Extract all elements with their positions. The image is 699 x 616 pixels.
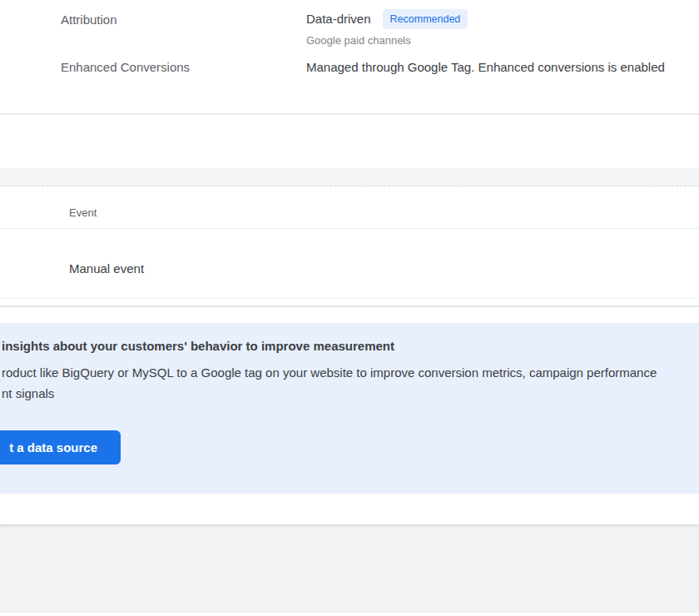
insights-banner: insights about your customers' behavior … [0, 323, 699, 494]
recommended-badge: Recommended [383, 9, 468, 29]
attribution-value-line: Data-driven Recommended [306, 9, 468, 29]
manual-event-cell: Manual event [69, 261, 144, 277]
banner-description-line2: nt signals [2, 386, 54, 400]
table-row[interactable]: Manual event [0, 229, 699, 298]
connect-data-source-button[interactable]: t a data source [0, 430, 121, 464]
enhanced-conversions-row-label: Enhanced Conversions [61, 59, 190, 76]
banner-description-line1: roduct like BigQuery or MySQL to a Googl… [2, 365, 657, 380]
enhanced-conversions-value: Managed through Google Tag. Enhanced con… [306, 58, 665, 77]
conversion-settings-page: Attribution Data-driven Recommended Goog… [0, 0, 699, 616]
attribution-row-label: Attribution [61, 12, 117, 28]
footer-area [0, 524, 699, 613]
section-divider [0, 113, 699, 115]
table-toolbar-strip [0, 168, 699, 186]
banner-title: insights about your customers' behavior … [2, 339, 394, 353]
attribution-value: Data-driven [306, 10, 371, 28]
attribution-secondary-text: Google paid channels [306, 33, 411, 48]
event-column-header: Event [69, 206, 97, 221]
table-row-divider [0, 298, 699, 299]
bottom-white-strip [0, 613, 699, 616]
card-bottom-edge [0, 306, 699, 307]
